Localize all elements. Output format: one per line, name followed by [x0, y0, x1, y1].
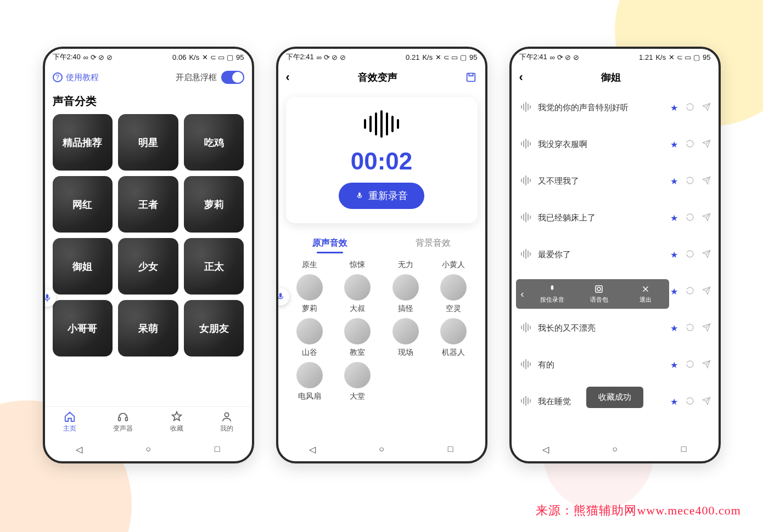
- status-time: 下午2:40: [53, 52, 81, 62]
- nav-back-icon[interactable]: ◁: [307, 444, 317, 454]
- category-card[interactable]: 女朋友: [184, 300, 244, 356]
- effect-item[interactable]: 大叔: [334, 274, 382, 314]
- nav-mine[interactable]: 我的: [220, 411, 233, 433]
- help-tutorial-link[interactable]: ? 使用教程: [53, 72, 99, 83]
- voice-pack-button[interactable]: 语音包: [576, 284, 622, 304]
- tab-background-effects[interactable]: 背景音效: [382, 231, 485, 256]
- record-timer: 00:02: [351, 148, 413, 175]
- nav-favorites[interactable]: 收藏: [170, 411, 183, 433]
- back-button[interactable]: ‹: [519, 70, 523, 84]
- collapse-icon[interactable]: ‹: [516, 288, 529, 300]
- hold-record-button[interactable]: 按住录音: [529, 284, 576, 304]
- effect-item[interactable]: 山谷: [286, 318, 334, 358]
- status-battery: 95: [236, 53, 244, 61]
- category-card[interactable]: 网红: [53, 176, 113, 233]
- effect-item[interactable]: 原生: [286, 260, 334, 270]
- page-title: 音效变声: [358, 71, 397, 84]
- favorite-icon[interactable]: ★: [670, 103, 678, 113]
- category-grid: 精品推荐 明星 吃鸡 网红 王者 萝莉 御姐 少女 正太 小哥哥 呆萌 女朋友: [45, 114, 252, 356]
- voice-item[interactable]: 我觉的你的声音特别好听★: [512, 89, 719, 126]
- nav-recent-icon[interactable]: □: [679, 444, 689, 454]
- system-nav: ◁ ○ □: [278, 437, 485, 461]
- phone-1-home: 下午2:40 ∞ ⟳ ⊘ ⊘ 0.06K/s ✕ ⊂ ▭ ▢ 95 ? 使用教程…: [43, 47, 254, 463]
- back-button[interactable]: ‹: [286, 70, 290, 84]
- status-speed: 0.06: [172, 53, 186, 61]
- effect-item[interactable]: 空灵: [429, 274, 477, 314]
- nav-back-icon[interactable]: ◁: [541, 444, 551, 454]
- waveform-icon: [519, 100, 532, 116]
- nav-home-icon[interactable]: ○: [377, 444, 386, 454]
- status-bar: 下午2:40 ∞ ⟳ ⊘ ⊘ 0.06K/s ✕ ⊂ ▭ ▢ 95: [45, 49, 252, 65]
- effect-item[interactable]: 萝莉: [286, 274, 334, 314]
- category-card[interactable]: 正太: [184, 238, 244, 295]
- effect-item[interactable]: 搞怪: [382, 274, 429, 314]
- svg-rect-3: [126, 417, 128, 421]
- category-card[interactable]: 王者: [118, 176, 178, 233]
- effects-grid: 原生 惊悚 无力 小黄人 萝莉 大叔 搞怪 空灵 山谷 教室 现场 机器人 电风…: [278, 256, 485, 406]
- voice-item[interactable]: 又不理我了★: [512, 163, 719, 200]
- section-title: 声音分类: [45, 89, 252, 114]
- category-card[interactable]: 精品推荐: [53, 114, 113, 171]
- category-card[interactable]: 少女: [118, 238, 178, 295]
- waveform-icon: [360, 110, 403, 140]
- nav-back-icon[interactable]: ◁: [74, 444, 84, 454]
- source-watermark: 来源：熊猫辅助网www.mece400.com: [536, 502, 741, 519]
- help-label: 使用教程: [66, 72, 99, 83]
- voice-item[interactable]: 最爱你了★: [512, 236, 719, 273]
- phone-3-voice-list: 下午2:41 ∞ ⟳ ⊘ ⊘ 1.21K/s ✕ ⊂ ▭ ▢ 95 ‹ 御姐 我…: [509, 47, 721, 463]
- save-icon[interactable]: [465, 71, 477, 83]
- nav-home-icon[interactable]: ○: [143, 444, 153, 454]
- effect-item[interactable]: 教室: [334, 318, 382, 358]
- category-card[interactable]: 呆萌: [118, 300, 178, 356]
- nav-home[interactable]: 主页: [63, 411, 76, 433]
- float-toggle-switch[interactable]: [221, 71, 244, 84]
- effect-item[interactable]: 惊悚: [334, 260, 382, 270]
- nav-home-icon[interactable]: ○: [610, 444, 620, 454]
- svg-rect-2: [119, 417, 121, 421]
- svg-rect-5: [467, 73, 475, 82]
- effect-item[interactable]: 小黄人: [429, 260, 477, 270]
- svg-point-62: [597, 287, 601, 291]
- exit-button[interactable]: 退出: [622, 284, 669, 304]
- nav-voice-changer[interactable]: 变声器: [113, 411, 133, 433]
- record-card: 00:02 重新录音: [286, 97, 478, 223]
- status-bar: 下午2:41 ∞ ⟳ ⊘ ⊘ 0.21K/s ✕ ⊂ ▭ ▢ 95: [278, 49, 485, 65]
- send-icon[interactable]: [702, 103, 711, 114]
- bottom-nav: 主页 变声器 收藏 我的: [45, 406, 252, 437]
- effect-item[interactable]: 大堂: [334, 362, 382, 401]
- nav-recent-icon[interactable]: □: [446, 444, 456, 454]
- voice-list: 我觉的你的声音特别好听★ 我没穿衣服啊★ 又不理我了★ 我已经躺床上了★ 最爱你…: [512, 89, 719, 420]
- rerecord-button[interactable]: 重新录音: [339, 183, 424, 209]
- svg-rect-14: [279, 293, 282, 297]
- svg-rect-13: [358, 193, 361, 196]
- category-card[interactable]: 小哥哥: [53, 300, 113, 356]
- float-toggle-label: 开启悬浮框: [176, 72, 217, 83]
- phone-2-recorder: 下午2:41 ∞ ⟳ ⊘ ⊘ 0.21K/s ✕ ⊂ ▭ ▢ 95 ‹ 音效变声…: [276, 47, 487, 463]
- status-bar: 下午2:41 ∞ ⟳ ⊘ ⊘ 1.21K/s ✕ ⊂ ▭ ▢ 95: [512, 49, 719, 65]
- effect-item[interactable]: 机器人: [429, 318, 477, 358]
- replay-icon[interactable]: [686, 103, 694, 114]
- category-card[interactable]: 明星: [118, 114, 178, 171]
- svg-point-4: [225, 413, 228, 417]
- category-card[interactable]: 吃鸡: [184, 114, 244, 171]
- effect-item[interactable]: 电风扇: [286, 362, 334, 401]
- category-card[interactable]: 萝莉: [184, 176, 244, 233]
- floating-control-panel[interactable]: ‹ 按住录音 语音包 退出: [516, 279, 669, 309]
- effect-item[interactable]: 现场: [382, 318, 429, 358]
- voice-item[interactable]: 我已经躺床上了★: [512, 200, 719, 236]
- effect-tabs: 原声音效 背景音效: [278, 231, 485, 256]
- svg-rect-0: [46, 294, 48, 298]
- svg-rect-60: [551, 285, 554, 290]
- system-nav: ◁ ○ □: [512, 437, 719, 461]
- tab-original-effects[interactable]: 原声音效: [278, 231, 382, 256]
- voice-item[interactable]: 我没穿衣服啊★: [512, 126, 719, 163]
- voice-item[interactable]: 我长的又不漂亮★: [512, 310, 719, 347]
- voice-item[interactable]: 有的★: [512, 347, 719, 383]
- page-title: 御姐: [601, 71, 621, 84]
- system-nav: ◁ ○ □: [45, 437, 252, 461]
- effect-item[interactable]: 无力: [382, 260, 429, 270]
- nav-recent-icon[interactable]: □: [212, 444, 222, 454]
- help-icon: ?: [53, 72, 63, 82]
- category-card[interactable]: 御姐: [53, 238, 113, 295]
- svg-rect-61: [596, 286, 602, 292]
